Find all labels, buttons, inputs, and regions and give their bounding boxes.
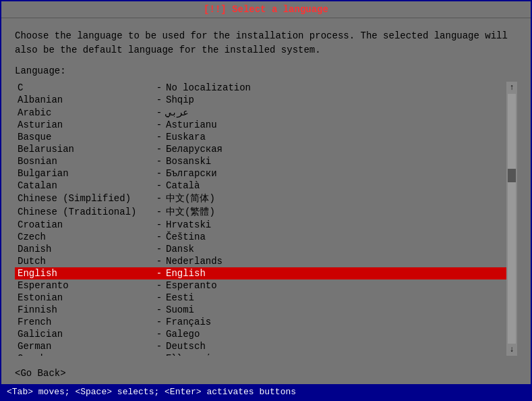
lang-name: Esperanto [18, 280, 152, 291]
lang-name: C [18, 82, 152, 93]
lang-dash: - [152, 144, 166, 155]
lang-name: French [18, 317, 152, 327]
lang-dash: - [152, 280, 166, 291]
list-item[interactable]: Chinese (Traditional)-中文(繁體) [15, 205, 506, 219]
lang-native: Suomi [166, 304, 194, 315]
list-item[interactable]: Belarusian-Беларуская [15, 143, 506, 155]
lang-native: عربي [166, 107, 189, 118]
list-item[interactable]: Chinese (Simplified)-中文(简体) [15, 192, 506, 205]
title-bar: [!!] Select a language [1, 1, 531, 18]
lang-name: English [18, 268, 152, 279]
lang-native: No localization [166, 82, 251, 93]
lang-name: Bosnian [18, 156, 152, 167]
list-item[interactable]: Albanian-Shqip [15, 94, 506, 106]
lang-name: Basque [18, 132, 152, 142]
list-item[interactable]: Galician-Galego [15, 328, 506, 340]
lang-dash: - [152, 95, 166, 105]
list-item[interactable]: Finnish-Suomi [15, 304, 506, 316]
bottom-bar: <Go Back> [1, 363, 531, 384]
lang-dash: - [152, 268, 166, 279]
lang-name: Bulgarian [18, 168, 152, 179]
lang-dash: - [152, 341, 166, 352]
lang-name: Catalan [18, 180, 152, 191]
lang-dash: - [152, 244, 166, 255]
lang-native: Français [166, 317, 211, 327]
lang-dash: - [152, 82, 166, 93]
lang-native: Bosanski [166, 156, 211, 167]
lang-native: Galego [166, 329, 200, 340]
list-item[interactable]: Esperanto-Esperanto [15, 279, 506, 292]
lang-native: Esperanto [166, 280, 217, 291]
list-item[interactable]: C-No localization [15, 82, 506, 94]
lang-native: Dansk [166, 244, 194, 255]
lang-name: Croatian [18, 219, 152, 230]
lang-name: Dutch [18, 256, 152, 267]
list-container: C-No localizationAlbanian-ShqipArabic-عر… [15, 82, 517, 356]
list-item[interactable]: Croatian-Hrvatski [15, 219, 506, 231]
content-area: Choose the language to be used for the i… [1, 18, 531, 363]
lang-name: Arabic [18, 107, 152, 118]
list-item[interactable]: German-Deutsch [15, 340, 506, 352]
go-back-button[interactable]: <Go Back> [15, 368, 66, 379]
lang-dash: - [152, 132, 166, 142]
list-item[interactable]: Czech-Čeština [15, 231, 506, 243]
lang-dash: - [152, 168, 166, 179]
description: Choose the language to be used for the i… [15, 29, 517, 57]
lang-name: Belarusian [18, 144, 152, 155]
list-item[interactable]: Bulgarian-Български [15, 167, 506, 180]
status-text: <Tab> moves; <Space> selects; <Enter> ac… [7, 387, 296, 397]
lang-dash: - [152, 107, 166, 118]
lang-name: Estonian [18, 292, 152, 303]
lang-name: Asturian [18, 119, 152, 130]
lang-dash: - [152, 232, 166, 242]
main-window: [!!] Select a language Choose the langua… [0, 0, 532, 401]
lang-name: Chinese (Simplified) [18, 193, 152, 204]
lang-native: 中文(繁體) [166, 206, 215, 218]
status-bar: <Tab> moves; <Space> selects; <Enter> ac… [1, 384, 531, 400]
lang-dash: - [152, 329, 166, 340]
lang-name: Albanian [18, 95, 152, 105]
list-item[interactable]: English-English [15, 267, 506, 279]
list-item[interactable]: French-Français [15, 316, 506, 328]
list-item[interactable]: Greek-Ελληνικά [15, 352, 506, 356]
lang-native: Ελληνικά [166, 353, 211, 356]
lang-native: Shqip [166, 95, 194, 105]
list-item[interactable]: Arabic-عربي [15, 106, 506, 119]
lang-dash: - [152, 292, 166, 303]
lang-native: Català [166, 180, 200, 191]
scroll-down-arrow[interactable]: ↓ [509, 345, 514, 354]
list-item[interactable]: Catalan-Català [15, 180, 506, 192]
list-item[interactable]: Bosnian-Bosanski [15, 155, 506, 167]
lang-name: Czech [18, 232, 152, 242]
lang-name: Danish [18, 244, 152, 255]
lang-name: Greek [18, 353, 152, 356]
window-title: [!!] Select a language [204, 4, 328, 15]
list-item[interactable]: Estonian-Eesti [15, 292, 506, 304]
scroll-track [508, 94, 516, 343]
language-list[interactable]: C-No localizationAlbanian-ShqipArabic-عر… [15, 82, 506, 356]
list-item[interactable]: Asturian-Asturianu [15, 119, 506, 131]
list-item[interactable]: Dutch-Nederlands [15, 255, 506, 267]
lang-native: Nederlands [166, 256, 223, 267]
scroll-thumb [508, 169, 516, 182]
lang-dash: - [152, 219, 166, 230]
description-line2: also be the default language for the ins… [15, 43, 517, 57]
list-item[interactable]: Basque-Euskara [15, 131, 506, 143]
lang-dash: - [152, 304, 166, 315]
lang-name: Finnish [18, 304, 152, 315]
lang-native: Hrvatski [166, 219, 211, 230]
lang-native: Eesti [166, 292, 194, 303]
lang-native: Deutsch [166, 341, 206, 352]
list-item[interactable]: Danish-Dansk [15, 243, 506, 255]
lang-dash: - [152, 156, 166, 167]
lang-dash: - [152, 207, 166, 217]
lang-native: English [166, 268, 206, 279]
lang-native: Čeština [166, 232, 206, 242]
lang-dash: - [152, 317, 166, 327]
scroll-up-arrow[interactable]: ↑ [509, 83, 514, 92]
lang-native: Български [166, 168, 217, 179]
lang-dash: - [152, 193, 166, 204]
lang-dash: - [152, 256, 166, 267]
scrollbar[interactable]: ↑ ↓ [506, 82, 517, 356]
lang-dash: - [152, 119, 166, 130]
